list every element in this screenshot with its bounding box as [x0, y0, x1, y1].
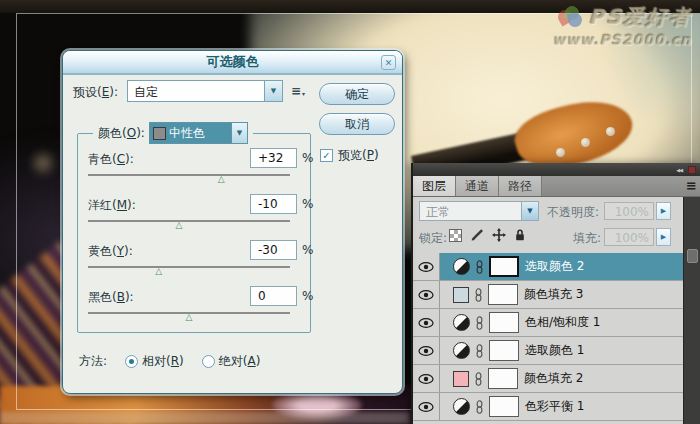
- layer-visibility-eye-icon[interactable]: [413, 281, 440, 308]
- layer-mask-thumbnail[interactable]: [489, 256, 519, 277]
- panel-content: 正常 ▼ 不透明度: 100% ▶ 锁定: 填充: 10: [413, 197, 683, 424]
- method-relative-option[interactable]: 相对(R): [125, 353, 184, 370]
- lock-all-padlock-icon[interactable]: [514, 228, 526, 242]
- black-value-input[interactable]: 0: [250, 286, 297, 306]
- color-swatch: [153, 127, 166, 140]
- check-icon: ✓: [322, 150, 330, 161]
- black-label: 黑色(B):: [88, 289, 134, 306]
- cyan-slider-track[interactable]: △: [88, 174, 290, 176]
- scrollbar-thumb[interactable]: [687, 249, 698, 263]
- blend-mode-value: 正常: [420, 202, 521, 220]
- layer-row-selective-color-2[interactable]: 选取颜色 2: [413, 253, 683, 281]
- adjustment-layer-icon[interactable]: [453, 314, 470, 331]
- layer-visibility-eye-icon[interactable]: [413, 309, 440, 336]
- fill-color-swatch[interactable]: [453, 371, 469, 387]
- preview-checkbox[interactable]: ✓: [320, 149, 333, 162]
- cyan-slider-thumb[interactable]: △: [218, 175, 225, 184]
- black-slider-thumb[interactable]: △: [186, 313, 193, 322]
- lock-pixels-brush-icon[interactable]: [470, 228, 484, 242]
- percent-unit: %: [302, 243, 313, 257]
- layer-name[interactable]: 颜色填充 3: [524, 286, 583, 303]
- method-absolute-option[interactable]: 绝对(A): [202, 353, 261, 370]
- lock-transparency-icon[interactable]: [449, 229, 462, 242]
- panel-scrollbar[interactable]: [683, 197, 700, 424]
- layer-visibility-eye-icon[interactable]: [413, 337, 440, 364]
- cyan-value-input[interactable]: +32: [250, 148, 297, 168]
- layer-mask-thumbnail[interactable]: [488, 368, 518, 389]
- lock-position-move-icon[interactable]: [492, 228, 506, 242]
- magenta-value-input[interactable]: -10: [250, 194, 297, 214]
- layer-visibility-eye-icon[interactable]: [413, 365, 440, 392]
- preset-dropdown[interactable]: 自定 ▼: [127, 80, 283, 102]
- watermark-url: www.PS2000.cn: [553, 32, 692, 48]
- panel-menu-icon[interactable]: ≡: [686, 178, 697, 193]
- cancel-button[interactable]: 取消: [319, 113, 395, 135]
- layer-mask-thumbnail[interactable]: [489, 340, 519, 361]
- arrow-right-icon: ▶: [661, 207, 666, 215]
- watermark: PS爱好者 www.PS2000.cn: [553, 3, 692, 48]
- dialog-close-button[interactable]: ✕: [381, 55, 396, 70]
- colors-value: 中性色: [169, 124, 231, 142]
- layer-mask-thumbnail[interactable]: [489, 312, 519, 333]
- magenta-label: 洋红(M):: [88, 197, 136, 214]
- opacity-value: 100%: [604, 202, 654, 220]
- layer-name[interactable]: 颜色填充 2: [524, 370, 583, 387]
- colors-label: 颜色(O):: [98, 125, 145, 142]
- preset-value: 自定: [128, 81, 264, 101]
- chevron-down-icon[interactable]: ▼: [231, 123, 247, 143]
- layer-row-color-balance-1[interactable]: 色彩平衡 1: [413, 393, 683, 421]
- fill-arrow-button[interactable]: ▶: [656, 228, 671, 246]
- layer-visibility-eye-icon[interactable]: [413, 393, 440, 420]
- panel-close-icon[interactable]: [688, 166, 696, 174]
- preset-options-menu-button[interactable]: ≡ ▾: [291, 82, 311, 100]
- absolute-label: 绝对(A): [219, 353, 261, 370]
- layer-mask-thumbnail[interactable]: [488, 284, 518, 305]
- fill-label: 填充:: [573, 230, 601, 247]
- layer-visibility-eye-icon[interactable]: [413, 253, 440, 280]
- yellow-value-input[interactable]: -30: [250, 240, 297, 260]
- black-slider-track[interactable]: △: [88, 312, 290, 314]
- opacity-label: 不透明度:: [547, 204, 599, 221]
- close-icon: ✕: [385, 58, 393, 68]
- chevron-down-icon[interactable]: ▼: [521, 202, 538, 220]
- layer-mask-thumbnail[interactable]: [489, 396, 519, 417]
- collapse-panel-icon[interactable]: ◀◀: [676, 167, 682, 173]
- blend-mode-dropdown[interactable]: 正常 ▼: [419, 201, 539, 221]
- preview-label: 预览(P): [338, 147, 379, 164]
- chevron-down-icon[interactable]: ▼: [264, 81, 282, 101]
- magenta-slider-track[interactable]: △: [88, 220, 290, 222]
- ok-button[interactable]: 确定: [319, 83, 395, 105]
- link-icon: [476, 260, 483, 274]
- adjustment-layer-icon[interactable]: [453, 342, 470, 359]
- percent-unit: %: [302, 151, 313, 165]
- menu-icon: ≡: [291, 84, 301, 98]
- radio-unselected-icon[interactable]: [202, 355, 215, 368]
- dialog-title: 可选颜色: [207, 53, 259, 71]
- colors-dropdown[interactable]: 中性色 ▼: [149, 122, 248, 144]
- layer-row-selective-color-1[interactable]: 选取颜色 1: [413, 337, 683, 365]
- lock-label: 锁定:: [419, 230, 447, 247]
- layer-name[interactable]: 选取颜色 2: [525, 258, 584, 275]
- fill-value: 100%: [604, 228, 654, 246]
- panel-tabs: 图层 通道 路径 ≡: [413, 176, 700, 197]
- tab-paths[interactable]: 路径: [499, 176, 542, 196]
- layer-row-hue-saturation-1[interactable]: 色相/饱和度 1: [413, 309, 683, 337]
- adjustment-layer-icon[interactable]: [453, 258, 470, 275]
- method-label: 方法:: [79, 353, 107, 370]
- radio-selected-icon[interactable]: [125, 355, 138, 368]
- layer-row-color-fill-2[interactable]: 颜色填充 2: [413, 365, 683, 393]
- magenta-slider-thumb[interactable]: △: [175, 221, 182, 230]
- layer-name[interactable]: 选取颜色 1: [525, 342, 584, 359]
- fill-color-swatch[interactable]: [453, 287, 469, 303]
- layer-name[interactable]: 色相/饱和度 1: [525, 314, 601, 331]
- yellow-slider-track[interactable]: △: [88, 266, 290, 268]
- link-icon: [475, 288, 482, 302]
- yellow-slider-thumb[interactable]: △: [155, 267, 162, 276]
- layer-name[interactable]: 色彩平衡 1: [525, 398, 584, 415]
- layer-row-color-fill-3[interactable]: 颜色填充 3: [413, 281, 683, 309]
- link-icon: [476, 344, 483, 358]
- adjustment-layer-icon[interactable]: [453, 398, 470, 415]
- tab-channels[interactable]: 通道: [456, 176, 499, 196]
- tab-layers[interactable]: 图层: [413, 176, 456, 196]
- opacity-arrow-button[interactable]: ▶: [656, 202, 671, 220]
